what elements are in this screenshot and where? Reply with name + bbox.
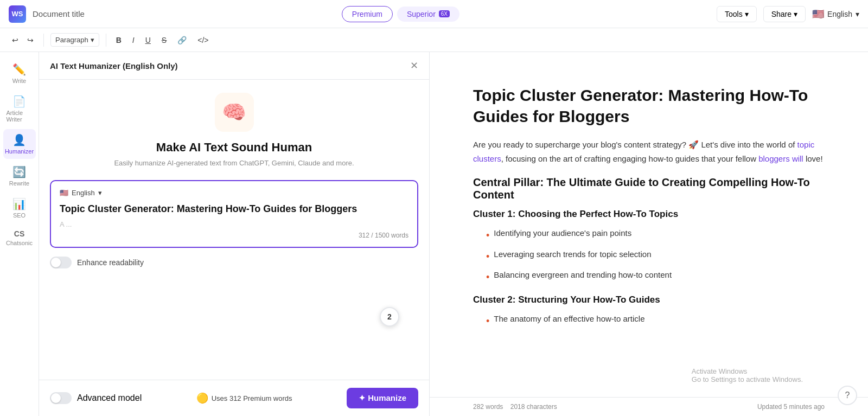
- win-activate-line2: Go to Settings to activate Windows.: [692, 375, 803, 383]
- updated-time: Updated 5 minutes ago: [757, 403, 825, 411]
- list-item: • The anatomy of an effective how-to art…: [486, 312, 825, 330]
- link-and[interactable]: and: [571, 270, 584, 279]
- link-button[interactable]: 🔗: [174, 34, 190, 47]
- sidebar-item-label-humanizer: Humanizer: [5, 148, 34, 155]
- editor-intro: Are you ready to supercharge your blog's…: [473, 138, 825, 165]
- editor-container: Topic Cluster Generator: Mastering How-T…: [430, 52, 868, 416]
- sidebar-item-label-seo: SEO: [13, 212, 25, 219]
- link-bloggers[interactable]: bloggers: [758, 154, 790, 163]
- superior-label: Superior: [407, 10, 436, 18]
- language-selector[interactable]: 🇺🇸 English ▾: [812, 8, 859, 20]
- list-item: • Leveraging search trends for topic sel…: [486, 247, 825, 265]
- adv-toggle-thumb: [51, 393, 61, 403]
- bullet-icon: •: [486, 313, 489, 330]
- float-badge[interactable]: 2: [380, 307, 399, 327]
- sidebar-item-article-writer[interactable]: 📄 Article Writer: [3, 91, 36, 127]
- cluster2-heading: Cluster 2: Structuring Your How-To Guide…: [473, 295, 825, 305]
- editor-heading-1: Topic Cluster Generator: Mastering How-T…: [473, 85, 825, 127]
- tools-button[interactable]: Tools ▾: [717, 6, 757, 22]
- premium-words-info: 🟡 Uses 312 Premium words: [196, 392, 292, 404]
- premium-button[interactable]: Premium: [342, 6, 393, 22]
- cluster2-item-1: The anatomy of an effective how-to artic…: [494, 312, 644, 326]
- underline-button[interactable]: U: [142, 34, 154, 47]
- superior-badge: 6X: [439, 10, 450, 17]
- panel-body: 🧠 Make AI Text Sound Human Easily humani…: [39, 80, 429, 380]
- input-lang-arrow: ▾: [98, 189, 102, 197]
- editor-area[interactable]: Topic Cluster Generator: Mastering How-T…: [430, 52, 868, 397]
- input-lang-selector[interactable]: 🇺🇸 English ▾: [60, 189, 409, 197]
- cluster1-item-2: Leveraging search trends for topic selec…: [494, 247, 651, 261]
- hero-icon-wrapper: 🧠: [215, 93, 254, 132]
- word-count-footer: 282 words: [473, 403, 503, 411]
- link-will-love[interactable]: will: [792, 154, 803, 163]
- windows-activate-notice: Activate Windows Go to Settings to activ…: [692, 367, 803, 383]
- redo-button[interactable]: ↪: [24, 34, 37, 47]
- char-count-footer: 2018 characters: [510, 403, 557, 411]
- link-search-trends[interactable]: search trends: [537, 249, 586, 259]
- bold-button[interactable]: B: [113, 34, 125, 47]
- ws-logo: WS: [9, 5, 26, 23]
- input-text-faded: A ...: [60, 220, 409, 228]
- superior-button[interactable]: Superior 6X: [397, 7, 459, 22]
- enhance-label: Enhance readability: [77, 258, 144, 267]
- panel-close-button[interactable]: ✕: [410, 60, 418, 72]
- sidebar-item-rewrite[interactable]: 🔄 Rewrite: [3, 161, 36, 191]
- sidebar-item-label-chatsonic: Chatsonic: [6, 240, 33, 246]
- topbar-left: WS Document title: [9, 5, 85, 23]
- lang-flag: 🇺🇸: [812, 8, 824, 20]
- paragraph-select[interactable]: Paragraph ▾: [50, 33, 99, 47]
- editor-footer: 282 words 2018 characters Updated 5 minu…: [430, 397, 868, 416]
- topbar: WS Document title Premium Superior 6X To…: [0, 0, 868, 28]
- share-arrow-icon: ▾: [794, 10, 797, 18]
- hero-section: 🧠 Make AI Text Sound Human Easily humani…: [50, 93, 418, 167]
- share-button[interactable]: Share ▾: [763, 6, 806, 22]
- main-content: ✏️ Write 📄 Article Writer 👤 Humanizer 🔄 …: [0, 52, 868, 416]
- write-icon: ✏️: [12, 63, 26, 76]
- seo-icon: 📊: [12, 197, 26, 210]
- cluster1-item-3: Balancing evergreen and trending how-to …: [494, 268, 672, 282]
- sidebar-item-seo[interactable]: 📊 SEO: [3, 193, 36, 223]
- link-how-to-content[interactable]: how-to content: [618, 270, 672, 279]
- premium-words-label: Uses 312 Premium words: [212, 394, 292, 402]
- sidebar: ✏️ Write 📄 Article Writer 👤 Humanizer 🔄 …: [0, 52, 39, 416]
- italic-button[interactable]: I: [129, 34, 138, 47]
- input-text-content[interactable]: Topic Cluster Generator: Mastering How-T…: [60, 202, 409, 216]
- chatsonic-icon: CS: [14, 229, 24, 238]
- help-button[interactable]: ?: [838, 386, 857, 405]
- format-bar: ↩ ↪ Paragraph ▾ B I U S 🔗 </>: [0, 28, 868, 52]
- sidebar-item-label-article: Article Writer: [7, 110, 33, 123]
- cluster1-heading: Cluster 1: Choosing the Perfect How-To T…: [473, 209, 825, 220]
- cluster2-list: • The anatomy of an effective how-to art…: [486, 312, 825, 330]
- undo-redo-group: ↩ ↪: [9, 34, 37, 47]
- central-pillar-heading: Central Pillar: The Ultimate Guide to Cr…: [473, 176, 825, 201]
- undo-button[interactable]: ↩: [9, 34, 22, 47]
- advanced-model-row: Advanced model: [50, 392, 142, 404]
- panel-footer: Advanced model 🟡 Uses 312 Premium words …: [39, 380, 429, 416]
- coin-icon: 🟡: [196, 392, 208, 404]
- list-item: • Balancing evergreen and trending how-t…: [486, 268, 825, 286]
- divider-1: [43, 34, 44, 47]
- enhance-toggle[interactable]: [50, 257, 72, 268]
- sidebar-item-chatsonic[interactable]: CS Chatsonic: [3, 225, 36, 251]
- input-box[interactable]: 🇺🇸 English ▾ Topic Cluster Generator: Ma…: [50, 180, 418, 248]
- sidebar-item-label-rewrite: Rewrite: [9, 180, 29, 187]
- topbar-right: Tools ▾ Share ▾ 🇺🇸 English ▾: [717, 6, 859, 22]
- para-arrow-icon: ▾: [91, 36, 94, 44]
- document-title[interactable]: Document title: [33, 9, 85, 18]
- advanced-model-toggle[interactable]: [50, 392, 72, 404]
- advanced-model-label: Advanced model: [77, 393, 142, 403]
- footer-stats: 282 words 2018 characters: [473, 403, 557, 411]
- win-activate-line1: Activate Windows: [692, 367, 803, 375]
- cluster1-list: • Identifying your audience's pain point…: [486, 226, 825, 286]
- hero-brain-icon: 🧠: [222, 101, 246, 124]
- humanize-button[interactable]: ✦ Humanize: [347, 388, 418, 408]
- bullet-icon: •: [486, 248, 489, 265]
- sidebar-item-write[interactable]: ✏️ Write: [3, 59, 36, 88]
- sidebar-item-humanizer[interactable]: 👤 Humanizer: [3, 129, 36, 159]
- topbar-center: Premium Superior 6X: [342, 6, 459, 22]
- humanizer-icon: 👤: [12, 133, 26, 146]
- enhance-readability-row: Enhance readability: [50, 257, 418, 268]
- code-button[interactable]: </>: [194, 34, 212, 47]
- cluster1-item-1: Identifying your audience's pain points: [494, 226, 631, 240]
- strikethrough-button[interactable]: S: [158, 34, 170, 47]
